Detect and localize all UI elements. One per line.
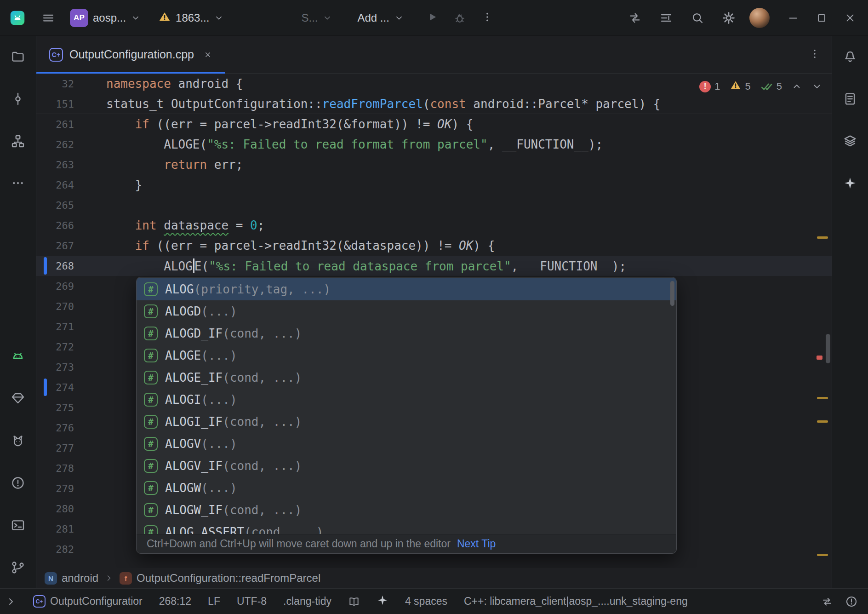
error-indicator-button[interactable]	[845, 595, 858, 608]
run-config-selector[interactable]: S...	[297, 9, 337, 27]
line-number[interactable]: 32	[47, 78, 74, 90]
app-insights-button[interactable]	[7, 388, 29, 409]
sync-button[interactable]	[821, 596, 833, 608]
encoding-widget[interactable]: UTF-8	[237, 595, 267, 608]
completion-item[interactable]: #ALOGE(...)	[137, 344, 676, 367]
indent-widget[interactable]: 4 spaces	[405, 595, 447, 608]
next-tip-link[interactable]: Next Tip	[457, 538, 496, 550]
completion-item[interactable]: #ALOGD(...)	[137, 300, 676, 322]
line-number[interactable]: 280	[47, 503, 74, 515]
line-number[interactable]: 273	[47, 362, 74, 373]
passed-count[interactable]: 5	[760, 80, 782, 93]
line-number[interactable]: 269	[47, 281, 74, 292]
line-number[interactable]: 272	[47, 341, 74, 353]
user-avatar[interactable]	[749, 8, 770, 28]
project-tool-button[interactable]	[7, 46, 29, 67]
close-button[interactable]	[839, 7, 861, 29]
line-number[interactable]: 281	[47, 523, 74, 535]
stripe-warning-mark[interactable]	[817, 236, 828, 239]
line-number[interactable]: 270	[47, 301, 74, 312]
line-number[interactable]: 278	[47, 463, 74, 474]
structure-tool-button[interactable]	[7, 131, 29, 152]
translate-button[interactable]	[624, 7, 645, 29]
terminal-tool-button[interactable]	[7, 515, 29, 536]
problems-tool-button[interactable]	[7, 472, 29, 493]
code-line[interactable]: 266 int dataspace = 0;	[36, 215, 832, 235]
clang-tidy-widget[interactable]: .clang-tidy	[283, 595, 331, 608]
commit-tool-button[interactable]	[7, 88, 29, 109]
vcs-branch-widget[interactable]: 1863...	[154, 7, 228, 29]
stripe-warning-mark[interactable]	[817, 554, 828, 556]
breadcrumb-namespace[interactable]: N android	[45, 572, 98, 585]
next-problem-button[interactable]	[811, 81, 822, 92]
completion-item[interactable]: #ALOGV_IF(cond, ...)	[137, 455, 676, 477]
line-number[interactable]: 268	[47, 260, 74, 272]
main-menu-button[interactable]	[38, 7, 59, 29]
more-tool-windows-button[interactable]	[7, 173, 29, 194]
completion-item[interactable]: #ALOGE_IF(cond, ...)	[137, 367, 676, 389]
editor-area[interactable]: 32namespace android {151status_t OutputC…	[36, 74, 832, 568]
line-number[interactable]: 271	[47, 321, 74, 333]
line-number[interactable]: 275	[47, 402, 74, 413]
ai-assistant-button[interactable]	[377, 594, 388, 609]
completion-item[interactable]: #ALOGW(...)	[137, 477, 676, 499]
settings-button[interactable]	[718, 7, 739, 29]
line-number[interactable]: 265	[47, 200, 74, 211]
editor-tab-outputconfiguration[interactable]: C+ OutputConfiguration.cpp	[36, 36, 225, 73]
notifications-button[interactable]	[839, 46, 861, 67]
add-configuration-button[interactable]: Add ...	[353, 9, 408, 27]
completion-item[interactable]: #ALOG_ASSERT(cond, ...)	[137, 521, 676, 534]
completion-item[interactable]: #ALOGW_IF(cond, ...)	[137, 499, 676, 521]
stripe-warning-mark[interactable]	[817, 420, 828, 423]
completion-item[interactable]: #ALOGV(...)	[137, 433, 676, 455]
code-line[interactable]: 265	[36, 195, 832, 215]
toolwindow-layout-button[interactable]	[656, 7, 677, 29]
code-line[interactable]: 263 return err;	[36, 155, 832, 175]
completion-item[interactable]: #ALOGD_IF(cond, ...)	[137, 322, 676, 344]
android-tool-button[interactable]	[7, 345, 29, 367]
error-count[interactable]: ! 1	[699, 80, 720, 92]
warning-count[interactable]: 5	[730, 79, 751, 94]
line-number[interactable]: 151	[47, 98, 74, 110]
maximize-button[interactable]	[811, 7, 832, 29]
search-everywhere-button[interactable]	[687, 7, 708, 29]
stripe-error-mark[interactable]	[817, 356, 822, 360]
logcat-button[interactable]	[7, 430, 29, 451]
code-line[interactable]: 262 ALOGE("%s: Failed to read format fro…	[36, 134, 832, 155]
completion-item[interactable]: #ALOGI_IF(cond, ...)	[137, 411, 676, 433]
statusbar-chevron-button[interactable]	[6, 596, 17, 607]
breadcrumb-function[interactable]: f OutputConfiguration::readFromParcel	[120, 572, 320, 585]
code-line[interactable]: 264 }	[36, 175, 832, 195]
device-manager-button[interactable]	[839, 131, 861, 152]
line-number[interactable]: 262	[47, 139, 74, 150]
prev-problem-button[interactable]	[791, 81, 802, 92]
gradle-tool-button[interactable]	[839, 88, 861, 109]
line-number[interactable]: 267	[47, 240, 74, 252]
code-line[interactable]: 268 ALOGE("%s: Failed to read dataspace …	[36, 256, 832, 276]
completion-item[interactable]: #ALOGI(...)	[137, 389, 676, 411]
caret-position-widget[interactable]: 268:12	[159, 595, 191, 608]
code-line[interactable]: 261 if ((err = parcel->readInt32(&format…	[36, 114, 832, 134]
version-control-button[interactable]	[7, 557, 29, 578]
code-line[interactable]: 151status_t OutputConfiguration::readFro…	[36, 94, 832, 114]
more-actions-button[interactable]	[477, 7, 498, 29]
completion-item[interactable]: #ALOG(priority,tag, ...)	[137, 278, 676, 300]
gemini-button[interactable]	[839, 173, 861, 194]
editor-scrollbar-thumb[interactable]	[826, 334, 830, 363]
line-separator-widget[interactable]: LF	[208, 595, 220, 608]
line-number[interactable]: 282	[47, 544, 74, 555]
run-button[interactable]	[422, 7, 443, 29]
line-number[interactable]: 276	[47, 422, 74, 434]
stripe-warning-mark[interactable]	[817, 397, 828, 399]
line-number[interactable]: 263	[47, 159, 74, 171]
toolchain-widget[interactable]: C++: libcamera_client|aosp_....unk_stagi…	[464, 595, 688, 608]
popup-scrollbar-thumb[interactable]	[670, 281, 674, 306]
line-number[interactable]: 266	[47, 220, 74, 231]
line-number[interactable]: 274	[47, 382, 74, 393]
line-number[interactable]: 279	[47, 483, 74, 494]
reader-mode-button[interactable]	[348, 596, 360, 608]
statusbar-file-widget[interactable]: C+ OutputConfiguratior	[33, 595, 143, 608]
editor-options-button[interactable]	[804, 44, 825, 65]
tab-close-button[interactable]	[200, 47, 215, 62]
code-line[interactable]: 267 if ((err = parcel->readInt32(&datasp…	[36, 235, 832, 256]
